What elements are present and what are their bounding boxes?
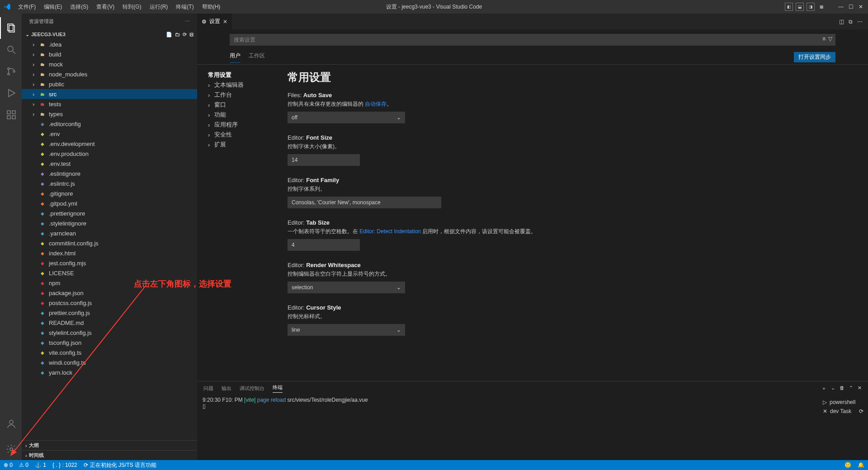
autosave-link[interactable]: 自动保存 — [365, 101, 387, 107]
sb-warnings[interactable]: ⚠ 0 — [19, 462, 28, 468]
fontsize-input[interactable]: 14 — [288, 154, 360, 166]
menu-help[interactable]: 帮助(H) — [198, 1, 224, 13]
settings-search[interactable]: 搜索设置 ≡ ▽ — [230, 34, 835, 46]
toc-window[interactable]: ›窗口 — [208, 100, 288, 110]
minimize-icon[interactable]: — — [837, 3, 844, 10]
layout-grid-icon[interactable]: ▦ — [817, 3, 826, 11]
file-index.html[interactable]: ◆index.html — [22, 248, 197, 258]
fontfamily-input[interactable]: Consolas, 'Courier New', monospace — [288, 197, 441, 208]
split-editor-icon[interactable]: ◫ — [839, 19, 844, 25]
file-.eslintrc.js[interactable]: ◆.eslintrc.js — [22, 179, 197, 188]
toc-extensions[interactable]: ›扩展 — [208, 140, 288, 150]
folder-tests[interactable]: ›🖿tests — [22, 99, 197, 109]
file-.env.production[interactable]: ◆.env.production — [22, 149, 197, 159]
file-windi.config.ts[interactable]: ◆windi.config.ts — [22, 357, 197, 367]
terminal-output[interactable]: 9:20:30 F10: PM [vite] page reload src/v… — [197, 395, 818, 460]
autosave-select[interactable]: off⌄ — [288, 112, 405, 123]
menu-view[interactable]: 查看(V) — [93, 1, 118, 13]
file-commitlint.config.js[interactable]: ◆commitlint.config.js — [22, 238, 197, 248]
maximize-panel-icon[interactable]: ⌃ — [849, 385, 853, 392]
toc-application[interactable]: ›应用程序 — [208, 120, 288, 130]
panel-tab-terminal[interactable]: 终端 — [273, 384, 283, 393]
folder-types[interactable]: ›🖿types — [22, 109, 197, 119]
folder-node_modules[interactable]: ›🖿node_modules — [22, 69, 197, 79]
file-yarn.lock[interactable]: ◆yarn.lock — [22, 367, 197, 377]
activity-explorer[interactable] — [0, 17, 22, 39]
timeline-section[interactable]: ›时间线 — [22, 450, 197, 460]
file-LICENSE[interactable]: ◆LICENSE — [22, 268, 197, 278]
new-folder-icon[interactable]: 🗀 — [175, 32, 180, 38]
file-README.md[interactable]: ◆README.md — [22, 318, 197, 328]
toc-security[interactable]: ›安全性 — [208, 130, 288, 140]
file-jest.config.mjs[interactable]: ◆jest.config.mjs — [22, 258, 197, 268]
toc-common[interactable]: 常用设置 — [208, 70, 288, 80]
file-npm[interactable]: ◆npm — [22, 278, 197, 288]
tab-settings[interactable]: ⚙ 设置 ✕ — [197, 14, 232, 29]
sb-bell-icon[interactable]: 🔔 — [858, 462, 864, 468]
terminal-item-powershell[interactable]: ▷powershell — [823, 398, 863, 407]
file-.prettierignore[interactable]: ◆.prettierignore — [22, 208, 197, 218]
close-panel-icon[interactable]: ✕ — [858, 385, 862, 392]
file-tsconfig.json[interactable]: ◆tsconfig.json — [22, 338, 197, 348]
sync-button[interactable]: 打开设置同步 — [794, 52, 835, 62]
file-.stylelintignore[interactable]: ◆.stylelintignore — [22, 218, 197, 228]
panel-tab-debug[interactable]: 调试控制台 — [240, 385, 264, 392]
tabsize-input[interactable]: 4 — [288, 239, 360, 251]
new-terminal-icon[interactable]: ＋ — [821, 385, 826, 392]
layout-left-icon[interactable]: ◧ — [785, 3, 793, 11]
collapse-icon[interactable]: ⊟ — [189, 32, 193, 38]
layout-right-icon[interactable]: ◨ — [807, 3, 815, 11]
activity-scm[interactable] — [0, 61, 22, 82]
file-prettier.config.js[interactable]: ◆prettier.config.js — [22, 308, 197, 318]
folder-src[interactable]: ›🖿src — [22, 89, 197, 99]
panel-tab-output[interactable]: 输出 — [222, 385, 231, 392]
layout-bottom-icon[interactable]: ⬓ — [796, 3, 804, 11]
cursor-select[interactable]: line⌄ — [288, 324, 405, 336]
scope-workspace[interactable]: 工作区 — [249, 52, 265, 62]
tab-more-icon[interactable]: ⋯ — [857, 19, 863, 25]
maximize-icon[interactable]: ☐ — [847, 3, 854, 10]
file-.eslintignore[interactable]: ◆.eslintignore — [22, 169, 197, 179]
activity-debug[interactable] — [0, 82, 22, 104]
sidebar-more-icon[interactable]: ⋯ — [185, 19, 190, 24]
file-.gitpod.yml[interactable]: ◆.gitpod.yml — [22, 198, 197, 208]
folder-public[interactable]: ›🖿public — [22, 79, 197, 89]
sb-feedback-icon[interactable]: 🙂 — [844, 462, 851, 468]
detect-indent-link[interactable]: Editor: Detect Indentation — [359, 228, 420, 235]
folder-mock[interactable]: ›🖿mock — [22, 59, 197, 69]
menu-select[interactable]: 选择(S) — [66, 1, 92, 13]
menu-file[interactable]: 文件(F) — [14, 1, 39, 13]
menu-edit[interactable]: 编辑(E) — [40, 1, 66, 13]
activity-settings[interactable] — [0, 438, 22, 460]
terminal-item-dev[interactable]: ✕dev Task⟳ — [823, 407, 863, 416]
sb-line[interactable]: { . } : 1022 — [52, 462, 77, 468]
sb-init[interactable]: ⟳ 正在初始化 JS/TS 语言功能 — [84, 461, 156, 469]
refresh-icon[interactable]: ⟳ — [183, 32, 187, 38]
file-.env.development[interactable]: ◆.env.development — [22, 139, 197, 149]
activity-extensions[interactable] — [0, 104, 22, 126]
file-vite.config.ts[interactable]: ◆vite.config.ts — [22, 348, 197, 357]
open-json-icon[interactable]: ⧉ — [849, 19, 853, 25]
folder-build[interactable]: ›🖿build — [22, 49, 197, 59]
menu-run[interactable]: 运行(R) — [146, 1, 172, 13]
file-.env.test[interactable]: ◆.env.test — [22, 159, 197, 169]
activity-account[interactable] — [0, 413, 22, 435]
filter-icon[interactable]: ▽ — [828, 36, 832, 42]
file-.yarnclean[interactable]: ◆.yarnclean — [22, 228, 197, 238]
menu-goto[interactable]: 转到(G) — [119, 1, 145, 13]
project-header[interactable]: ⌄ JEECG3-VUE3 📄 🗀 ⟳ ⊟ — [22, 29, 197, 39]
file-stylelint.config.js[interactable]: ◆stylelint.config.js — [22, 328, 197, 338]
folder-.idea[interactable]: ›🖿.idea — [22, 39, 197, 49]
scope-user[interactable]: 用户 — [230, 52, 241, 63]
menu-terminal[interactable]: 终端(T) — [172, 1, 197, 13]
split-terminal-icon[interactable]: ⌄ — [831, 385, 835, 392]
tab-close-icon[interactable]: ✕ — [223, 19, 227, 25]
toc-texteditor[interactable]: ›文本编辑器 — [208, 80, 288, 90]
activity-search[interactable] — [0, 39, 22, 61]
file-.env[interactable]: ◆.env — [22, 129, 197, 139]
whitespace-select[interactable]: selection⌄ — [288, 282, 405, 293]
toc-workbench[interactable]: ›工作台 — [208, 90, 288, 100]
outline-section[interactable]: ›大纲 — [22, 440, 197, 450]
toc-features[interactable]: ›功能 — [208, 110, 288, 120]
sb-ports[interactable]: ⚓ 1 — [35, 462, 46, 468]
